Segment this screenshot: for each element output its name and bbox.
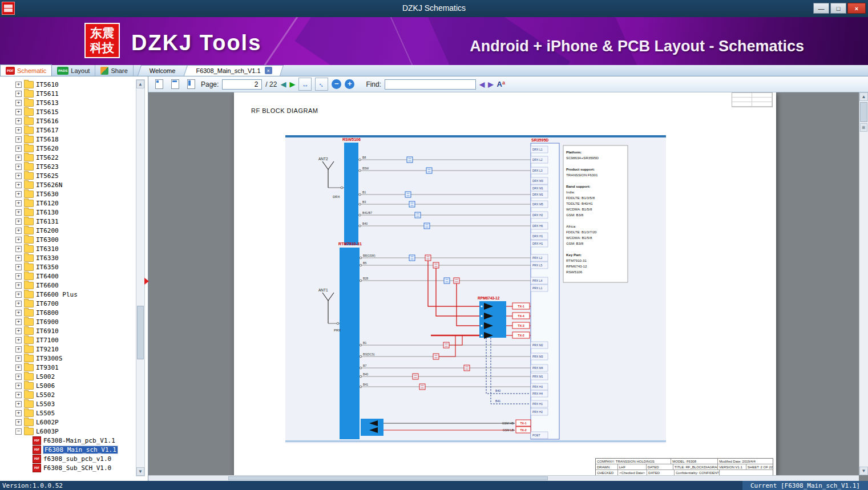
next-page-icon[interactable]: ▶ [289,80,295,88]
tree-folder-item[interactable]: +IT6600 Plus [0,290,148,299]
scroll-up-icon[interactable]: ▲ [136,80,144,88]
expand-icon[interactable]: + [15,246,22,252]
tree-folder-item[interactable]: +IT6400 [0,272,148,281]
tree-folder-item[interactable]: +IT6350 [0,262,148,272]
tree-folder-item[interactable]: +IT5618 [0,135,148,144]
tree-folder-item[interactable]: +IT6120 [0,199,148,208]
match-case-icon[interactable]: Aa [497,80,505,88]
expand-icon[interactable]: + [15,118,22,124]
expand-icon[interactable]: + [15,346,22,353]
expand-icon[interactable]: + [15,237,22,243]
expand-icon[interactable]: + [15,164,22,170]
tab-share[interactable]: Share [95,65,133,76]
splitter-collapse-icon[interactable] [144,278,149,285]
expand-icon[interactable]: + [15,365,22,371]
tree-folder-item[interactable]: +IT6200 [0,226,148,235]
expand-icon[interactable]: + [15,209,22,216]
expand-icon[interactable]: + [15,383,22,389]
tree-folder-item[interactable]: +IT5623 [0,162,148,171]
tree-folder-item[interactable]: +L5503 [0,399,148,408]
tree-folder-item[interactable]: +L6002P [0,418,148,427]
tree-folder-item[interactable]: +IT6600 [0,281,148,290]
viewer-scroll-down-icon[interactable]: ▼ [859,467,868,475]
tree-folder-item[interactable]: +L5502 [0,390,148,399]
document-viewer[interactable]: RF BLOCK DIAGRAM SR3595DRSW5106RTM7910-3… [148,92,868,481]
expand-icon[interactable]: + [15,109,22,115]
expand-icon[interactable]: + [15,136,22,143]
tree-folder-item[interactable]: +IT6330 [0,253,148,262]
zoom-out-icon[interactable]: − [332,79,341,89]
expand-icon[interactable]: + [15,310,22,316]
expand-icon[interactable]: + [15,191,22,197]
tree-folder-item[interactable]: +IT9210 [0,345,148,354]
expand-icon[interactable]: + [15,392,22,398]
tree-folder-item[interactable]: +IT5620 [0,144,148,153]
collapse-icon[interactable]: − [15,428,22,435]
page-view-single-icon[interactable] [153,78,165,91]
tree-folder-item[interactable]: +IT6130 [0,208,148,217]
expand-icon[interactable]: + [15,410,22,416]
tab-close-icon[interactable]: × [265,67,272,74]
tree-folder-item[interactable]: +IT6800 [0,308,148,317]
expand-icon[interactable]: + [15,100,22,106]
expand-icon[interactable]: + [15,127,22,133]
expand-icon[interactable]: + [15,200,22,206]
tree-folder-item[interactable]: +IT5611 [0,89,148,98]
tree-folder-item[interactable]: +IT6700 [0,299,148,308]
scroll-down-icon[interactable]: ▼ [136,467,144,476]
expand-icon[interactable]: + [15,319,22,325]
fit-page-icon[interactable]: ↔ [315,78,328,91]
expand-icon[interactable]: + [15,218,22,225]
expand-icon[interactable]: + [15,182,22,188]
zoom-in-icon[interactable]: + [345,79,354,89]
tree-file-item[interactable]: PDFF6308_Sub_SCH_V1.0 [0,463,148,472]
tree-folder-item-expanded[interactable]: −L6003P [0,427,148,436]
minimize-button[interactable]: — [813,3,829,14]
tree-folder-item[interactable]: +IT6131 [0,217,148,226]
tree-file-item[interactable]: PDFF6308_Main_sch_V1.1 [0,445,148,454]
tab-f6308-main-sch[interactable]: F6308_Main_sch_V1.1 × [185,65,282,76]
tree-folder-item[interactable]: +IT6300 [0,235,148,244]
page-view-continuous-icon[interactable] [185,78,197,91]
close-button[interactable]: × [847,3,866,14]
scrollbar-menu-icon[interactable]: ≡ [860,123,867,132]
find-input[interactable] [385,79,476,90]
expand-icon[interactable]: + [15,91,22,97]
expand-icon[interactable]: + [15,328,22,334]
tree-folder-item[interactable]: +IT5630 [0,189,148,199]
tree-file-item[interactable]: PDFf6308_sub_pcb_v1.0 [0,454,148,463]
page-view-facing-icon[interactable] [169,78,181,91]
tree-folder-item[interactable]: +IT9301 [0,363,148,372]
viewer-scroll-up-icon[interactable]: ▲ [859,92,868,101]
tab-schematic[interactable]: PDF Schematic [0,64,52,76]
fit-width-icon[interactable]: ↔ [298,78,312,91]
tree-file-item[interactable]: PDFF6308-Main_pcb_V1.1 [0,436,148,445]
expand-icon[interactable]: + [15,273,22,280]
tree-folder-item[interactable]: +IT6310 [0,244,148,253]
page-input[interactable] [222,79,262,90]
expand-icon[interactable]: + [15,419,22,426]
expand-icon[interactable]: + [15,173,22,179]
tree-folder-item[interactable]: +L5006 [0,381,148,390]
expand-icon[interactable]: + [15,301,22,307]
tree-folder-item[interactable]: +IT7100 [0,335,148,345]
tree-folder-item[interactable]: +IT5610 [0,80,148,89]
find-prev-icon[interactable]: ◀ [479,80,485,88]
expand-icon[interactable]: + [15,355,22,362]
expand-icon[interactable]: + [15,145,22,152]
viewer-scrollbar-thumb[interactable] [860,102,867,122]
tree-folder-item[interactable]: +IT6910 [0,326,148,335]
tree-folder-item[interactable]: +IT6900 [0,317,148,326]
expand-icon[interactable]: + [15,255,22,261]
find-next-icon[interactable]: ▶ [488,80,493,88]
sidebar-scrollbar-thumb[interactable] [137,306,144,359]
expand-icon[interactable]: + [15,282,22,289]
tree-folder-item[interactable]: +IT5615 [0,107,148,116]
tree-folder-item[interactable]: +L5002 [0,372,148,381]
expand-icon[interactable]: + [15,337,22,343]
tree-folder-item[interactable]: +IT9300S [0,354,148,363]
horizontal-scrollbar-thumb[interactable] [228,476,548,480]
expand-icon[interactable]: + [15,155,22,161]
tree-folder-item[interactable]: +IT5617 [0,125,148,135]
horizontal-scrollbar[interactable] [148,475,859,481]
